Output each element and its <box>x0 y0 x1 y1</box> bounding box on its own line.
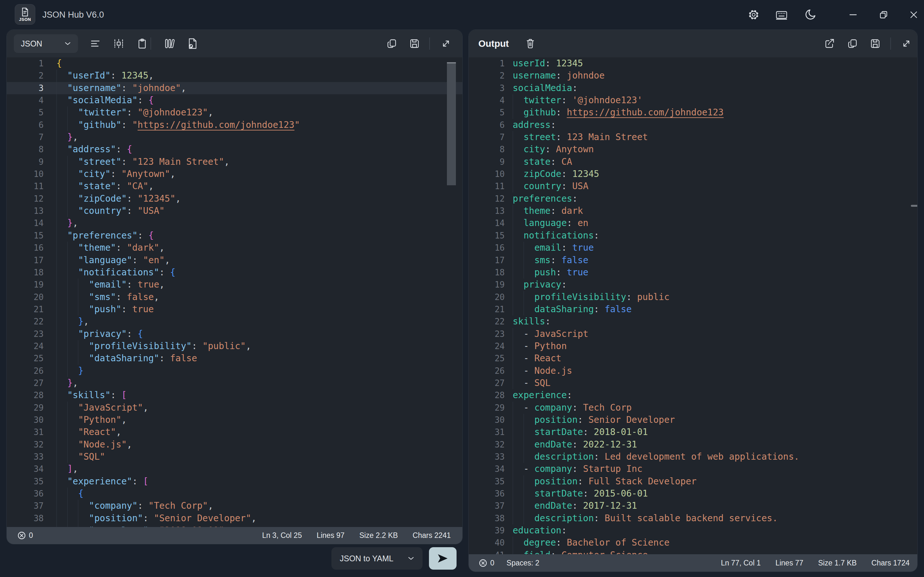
toolbar-divider <box>429 37 430 50</box>
send-icon <box>437 553 449 564</box>
settings-button[interactable] <box>746 8 761 22</box>
expand-input-button[interactable] <box>439 37 452 50</box>
yaml-output-editor[interactable]: 1userId: 123452username: johndoe3socialM… <box>469 57 917 555</box>
code-line: 33description: Led development of web ap… <box>469 451 917 463</box>
line-number: 26 <box>7 365 50 377</box>
format-lines-icon <box>90 38 101 49</box>
save-output-button[interactable] <box>869 37 882 50</box>
titlebar: JSON JSON Hub V6.0 <box>0 0 924 29</box>
line-number: 25 <box>7 352 50 364</box>
line-number: 6 <box>469 119 511 131</box>
format-select[interactable]: JSON <box>14 34 78 53</box>
convert-button[interactable] <box>429 547 457 570</box>
format-document-button[interactable] <box>89 37 102 50</box>
file-size: Size 2.2 KB <box>359 531 398 540</box>
line-number: 18 <box>7 266 50 279</box>
library-button[interactable] <box>163 37 176 50</box>
code-line: 28"skills": [ <box>7 389 462 401</box>
code-line: 10zipCode: 12345 <box>469 168 917 180</box>
line-number: 4 <box>7 94 50 106</box>
code-line: 36startDate: 2015-06-01 <box>469 488 917 500</box>
code-line: 25- React <box>469 352 917 364</box>
code-line: 35position: Full Stack Developer <box>469 475 917 488</box>
code-line: 9state: CA <box>469 156 917 168</box>
minify-button[interactable] <box>112 37 125 50</box>
input-scrollbar-thumb[interactable] <box>447 62 456 185</box>
line-number: 32 <box>7 438 50 451</box>
copy-input-button[interactable] <box>385 37 398 50</box>
code-line: 15"preferences": { <box>7 229 462 242</box>
cursor-position: Ln 77, Col 1 <box>721 559 761 567</box>
code-line: 3"username": "johndoe", <box>7 82 462 94</box>
line-number: 35 <box>469 475 511 488</box>
code-line: 29"JavaScript", <box>7 402 462 414</box>
copy-output-button[interactable] <box>846 37 859 50</box>
line-number: 29 <box>7 402 50 414</box>
code-line: 39education: <box>469 524 917 537</box>
line-number: 36 <box>469 488 511 500</box>
line-number: 37 <box>7 500 50 512</box>
line-number: 19 <box>469 279 511 291</box>
code-line: 24"profileVisibility": "public", <box>7 340 462 352</box>
code-line: 32"Node.js", <box>7 438 462 451</box>
line-number: 2 <box>469 69 511 82</box>
line-number: 18 <box>469 266 511 279</box>
line-number: 31 <box>469 426 511 438</box>
code-line: 24- Python <box>469 340 917 352</box>
line-number: 9 <box>469 156 511 168</box>
code-line: 23"privacy": { <box>7 328 462 340</box>
code-line: 16email: true <box>469 242 917 254</box>
code-line: 15notifications: <box>469 229 917 242</box>
code-line: 22skills: <box>469 316 917 327</box>
code-line: 28experience: <box>469 389 917 401</box>
line-number: 4 <box>469 94 511 106</box>
line-number: 5 <box>469 106 511 119</box>
code-line: 23- JavaScript <box>469 328 917 340</box>
line-number: 8 <box>469 143 511 155</box>
code-line: 31startDate: 2018-01-01 <box>469 426 917 438</box>
line-number: 14 <box>469 217 511 229</box>
output-panel: Output <box>468 29 918 572</box>
error-count: 0 <box>18 531 33 540</box>
code-line: 18"notifications": { <box>7 266 462 279</box>
code-line: 19"email": true, <box>7 279 462 291</box>
save-input-button[interactable] <box>408 37 421 50</box>
line-number: 40 <box>469 537 511 549</box>
load-file-button[interactable] <box>186 37 199 50</box>
code-line: 18push: true <box>469 266 917 279</box>
app-window: { "window": { "title": "JSON Hub V6.0", … <box>0 0 924 577</box>
line-number: 34 <box>7 463 50 475</box>
expand-icon <box>901 38 912 49</box>
code-line: 8"address": { <box>7 143 462 155</box>
line-number: 10 <box>469 168 511 180</box>
expand-output-button[interactable] <box>900 37 913 50</box>
line-number: 11 <box>7 180 50 192</box>
minimize-button[interactable] <box>846 8 860 22</box>
code-line: 37"company": "Tech Corp", <box>7 500 462 512</box>
code-line: 20"sms": false, <box>7 291 462 303</box>
maximize-button[interactable] <box>877 8 891 22</box>
error-count-value: 0 <box>490 559 494 567</box>
theme-toggle-button[interactable] <box>804 8 818 22</box>
close-button[interactable] <box>907 8 921 22</box>
code-line: 21"push": true <box>7 303 462 316</box>
gear-icon <box>747 8 760 21</box>
json-input-editor[interactable]: 1{2"userId": 12345,3"username": "johndoe… <box>7 57 462 528</box>
line-number: 28 <box>469 389 511 401</box>
share-output-button[interactable] <box>823 37 836 50</box>
line-number: 15 <box>7 229 50 242</box>
line-number: 16 <box>469 242 511 254</box>
line-number: 23 <box>469 328 511 340</box>
conversion-select[interactable]: JSON to YAML <box>331 547 423 570</box>
line-number: 3 <box>7 82 50 94</box>
keyboard-button[interactable] <box>774 8 788 22</box>
line-number: 32 <box>469 438 511 451</box>
clear-output-button[interactable] <box>524 37 537 50</box>
keyboard-icon <box>775 8 788 21</box>
paste-button[interactable] <box>136 37 149 50</box>
minimize-icon <box>848 9 859 20</box>
code-line: 34- company: Startup Inc <box>469 463 917 475</box>
output-title: Output <box>478 30 509 57</box>
code-line: 7street: 123 Main Street <box>469 131 917 143</box>
output-scrollbar-thumb[interactable] <box>911 205 918 207</box>
